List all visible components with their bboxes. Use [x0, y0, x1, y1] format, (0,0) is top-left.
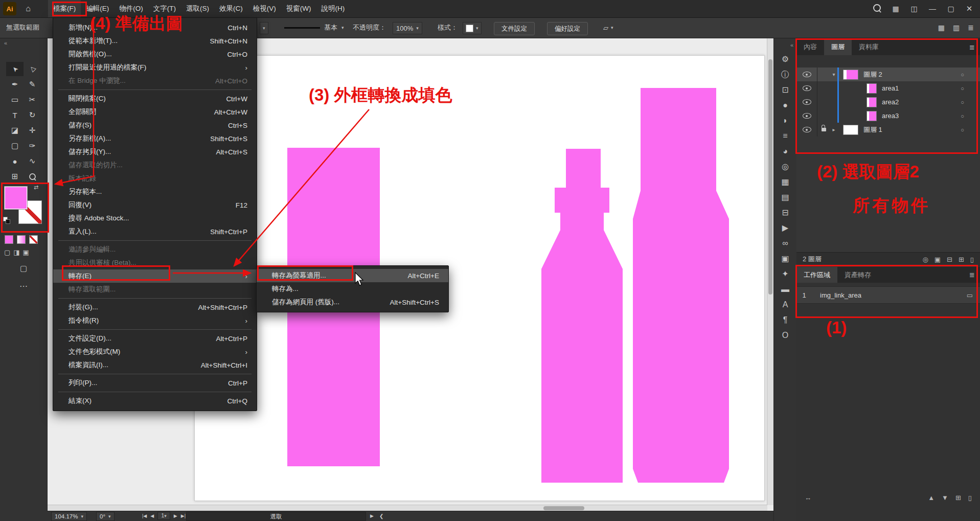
layer-row[interactable]: area1○ [796, 81, 980, 95]
menubar-item-1[interactable]: 檔案(F) [48, 0, 81, 17]
opentype-icon[interactable]: O [782, 331, 788, 339]
gradient-icon[interactable]: ◕ [783, 147, 788, 155]
close-icon[interactable]: ✕ [966, 4, 973, 13]
transform-icon[interactable]: ⊡ [782, 86, 788, 94]
actions-icon[interactable]: ▶ [782, 224, 788, 232]
layer-row[interactable]: area2○ [796, 95, 980, 109]
menubar-item-2[interactable]: 編輯(E) [81, 0, 114, 17]
home-icon[interactable]: ⌂ [21, 4, 35, 13]
stroke-width-select[interactable]: ▾ [260, 22, 268, 34]
workspace-switcher-icon[interactable]: ▦ [892, 5, 899, 13]
lock-toggle[interactable] [817, 109, 830, 123]
opacity-select[interactable]: 100% ▾ [393, 22, 422, 34]
file-menu-item[interactable]: 關閉檔案(C)Ctrl+W [53, 92, 257, 105]
panel-menu-icon[interactable]: ≣ [964, 39, 980, 55]
arrange-documents-icon[interactable]: ◫ [910, 5, 918, 13]
menubar-item-5[interactable]: 選取(S) [181, 0, 214, 17]
layer-row[interactable]: ▾圖層 2○ [796, 67, 980, 81]
statusbar-expand-icon[interactable]: ▶ [370, 512, 374, 520]
symbols-icon[interactable]: ▤ [781, 193, 789, 201]
panel-menu-icon[interactable]: ≣ [968, 24, 974, 32]
next-artboard-icon[interactable]: ▶ [174, 513, 177, 518]
delete-icon[interactable]: ▯ [970, 256, 974, 263]
preferences-button[interactable]: 偏好設定 [547, 22, 588, 35]
visibility-toggle[interactable] [796, 95, 817, 109]
collapse-tools-icon[interactable]: « [4, 40, 7, 46]
blob-brush-tool[interactable]: ● [6, 154, 24, 168]
minimize-icon[interactable]: — [929, 5, 936, 13]
submenu-item[interactable]: 轉存為... [257, 282, 448, 296]
file-menu-item[interactable]: 回復(V)F12 [53, 198, 257, 212]
shape-area2[interactable] [541, 149, 623, 483]
zoom-level-select[interactable]: 104.17% ▾ [51, 512, 87, 521]
file-menu-item[interactable]: 打開最近使用過的檔案(F)› [53, 61, 257, 74]
draw-mode-2[interactable]: ◨ [13, 248, 19, 256]
current-tool-display[interactable]: 選取 [186, 512, 366, 521]
visibility-toggle[interactable] [796, 81, 817, 95]
artboard-row[interactable]: 1img_link_area▭ [796, 286, 980, 304]
file-menu-item[interactable]: 另存範本... [53, 185, 257, 198]
character-icon[interactable]: A [783, 301, 788, 309]
screen-mode-button[interactable]: ▢ [0, 264, 47, 273]
swatches-icon[interactable]: ▦ [781, 178, 789, 186]
swap-fill-stroke-icon[interactable]: ⇄ [34, 184, 38, 191]
eraser-tool[interactable]: ◪ [6, 123, 24, 138]
artboard-tab-2[interactable]: 資產轉存 [837, 267, 878, 283]
info-icon[interactable]: ⓘ [781, 71, 789, 79]
lock-toggle[interactable] [817, 81, 830, 95]
menubar-item-7[interactable]: 檢視(V) [248, 0, 281, 17]
toolbar-overflow-icon[interactable]: ⋯ [0, 281, 47, 291]
new-layer-icon[interactable]: ⊞ [959, 256, 964, 263]
none-button[interactable] [29, 235, 38, 244]
file-menu-item[interactable]: 從範本新增(T)...Shift+Ctrl+N [53, 34, 257, 48]
lock-toggle[interactable] [817, 123, 830, 137]
default-swatches-icon[interactable] [3, 217, 10, 223]
image-trace-icon[interactable]: ▣ [781, 255, 789, 263]
rectangle-tool[interactable]: ▢ [6, 139, 24, 153]
lock-toggle[interactable] [817, 95, 830, 109]
new-artboard-icon[interactable]: ⊞ [955, 494, 961, 502]
clipping-mask-icon[interactable]: ▣ [935, 256, 941, 263]
brushes-icon[interactable]: ✦ [782, 270, 788, 278]
artboard-tab-1[interactable]: 工作區域 [796, 267, 837, 283]
file-menu-item[interactable]: 開啟舊檔(O)...Ctrl+O [53, 48, 257, 61]
horizontal-scrollbar-thumb[interactable] [543, 506, 584, 510]
artboard-tool[interactable]: ⊞ [6, 169, 24, 184]
file-menu-item[interactable]: 置入(L)...Shift+Ctrl+P [53, 225, 257, 238]
appearance-icon[interactable]: ● [783, 101, 788, 109]
submenu-item[interactable]: 儲存為網頁用 (舊版)...Alt+Shift+Ctrl+S [257, 296, 448, 309]
gradient-bar-icon[interactable]: ▬ [781, 285, 789, 293]
pen-tool[interactable]: ✒ [6, 77, 24, 92]
stroke-style-select[interactable]: 基本 ▾ [284, 22, 344, 33]
locate-icon[interactable]: ◎ [922, 256, 928, 263]
layer-row[interactable]: area3○ [796, 109, 980, 123]
target-circle-icon[interactable]: ○ [961, 127, 964, 133]
style-select[interactable]: ▾ [463, 22, 482, 34]
artboards-icon[interactable]: ⊟ [782, 209, 788, 217]
menubar-item-4[interactable]: 文字(T) [148, 0, 181, 17]
layers-tab-1[interactable]: 內容 [796, 39, 824, 55]
move-up-icon[interactable]: ▲ [928, 494, 935, 502]
file-menu-item[interactable]: 文件設定(D)...Alt+Ctrl+P [53, 332, 257, 345]
file-menu-item[interactable]: 文件色彩模式(M)› [53, 345, 257, 358]
file-menu-item[interactable]: 儲存拷貝(Y)...Alt+Ctrl+S [53, 145, 257, 158]
visibility-toggle[interactable] [796, 123, 817, 137]
zoom-tool[interactable] [24, 169, 41, 184]
statusbar-collapse-icon[interactable]: ❮ [379, 512, 383, 520]
artboard-number-select[interactable]: 1▾ [157, 512, 170, 520]
layers-tab-3[interactable]: 資料庫 [852, 39, 886, 55]
color-button[interactable] [5, 235, 13, 244]
file-menu-item[interactable]: 結束(X)Ctrl+Q [53, 394, 257, 407]
menubar-item-9[interactable]: 說明(H) [316, 0, 350, 17]
layers-tab-2[interactable]: 圖層 [824, 39, 852, 55]
rotate-tool[interactable]: ↻ [24, 108, 41, 122]
paintbrush-tool[interactable]: ✎ [24, 77, 41, 92]
gradient-button[interactable] [17, 235, 26, 244]
file-menu-item[interactable]: 另存新檔(A)...Shift+Ctrl+S [53, 132, 257, 145]
prev-artboard-icon[interactable]: ◀ [150, 513, 154, 518]
target-circle-icon[interactable]: ○ [961, 113, 964, 119]
rotation-select[interactable]: 0° ▾ [96, 512, 115, 521]
links-icon[interactable]: ∞ [782, 239, 788, 247]
paragraph-icon[interactable]: ¶ [783, 316, 788, 324]
visibility-toggle[interactable] [796, 109, 817, 123]
